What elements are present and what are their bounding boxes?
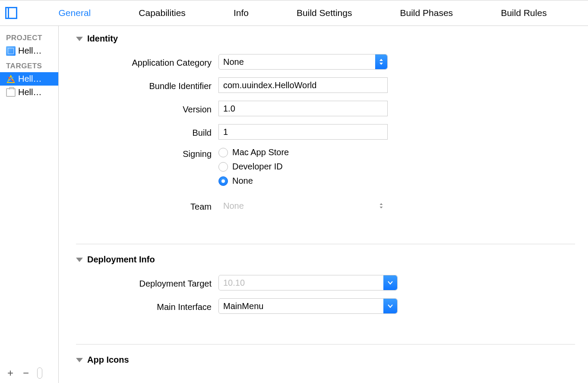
tab-build-settings[interactable]: Build Settings	[292, 8, 356, 18]
input-version[interactable]	[218, 101, 388, 116]
sidebar-item-label: Hell…	[18, 74, 41, 84]
tab-build-phases[interactable]: Build Phases	[396, 8, 458, 18]
chevron-down-icon	[383, 299, 397, 313]
popup-value: None	[219, 201, 375, 211]
section-header-deployment[interactable]: Deployment Info	[76, 255, 575, 265]
radio-signing-developer-id[interactable]: Developer ID	[218, 162, 289, 172]
radio-signing-mac-app-store[interactable]: Mac App Store	[218, 147, 289, 157]
section-deployment: Deployment Info Deployment Target 10.10	[76, 255, 575, 339]
stepper-arrows-icon	[375, 198, 387, 213]
radio-icon	[218, 148, 228, 157]
section-divider	[76, 244, 575, 244]
radio-label: Mac App Store	[232, 147, 289, 157]
remove-target-button[interactable]: −	[22, 367, 30, 379]
radio-icon	[218, 176, 228, 186]
label-bundle-id: Bundle Identifier	[76, 80, 218, 91]
disclosure-triangle-icon	[76, 258, 83, 262]
app-target-icon	[6, 74, 16, 84]
editor-tabs-bar: General Capabilities Info Build Settings…	[0, 0, 588, 26]
svg-marker-4	[379, 63, 383, 65]
radio-label: None	[232, 176, 253, 186]
combo-main-interface[interactable]: MainMenu	[218, 298, 398, 314]
sidebar-heading-targets: TARGETS	[0, 57, 58, 72]
combo-value: 10.10	[219, 278, 383, 288]
sidebar-heading-project: PROJECT	[0, 29, 58, 44]
combo-value: MainMenu	[219, 301, 383, 311]
tab-info[interactable]: Info	[229, 8, 253, 18]
section-title: Identity	[87, 34, 118, 44]
filter-handle-icon[interactable]	[37, 367, 42, 379]
popup-team[interactable]: None	[218, 198, 388, 214]
radio-label: Developer ID	[232, 162, 283, 172]
label-signing: Signing	[76, 147, 218, 159]
section-app-icons: App Icons	[76, 355, 575, 365]
input-build[interactable]	[218, 124, 388, 140]
section-divider	[76, 344, 575, 345]
editor-content: Identity Application Category None	[59, 26, 588, 383]
svg-marker-5	[380, 203, 383, 205]
section-identity: Identity Application Category None	[76, 34, 575, 239]
sidebar-item-project[interactable]: Hell…	[0, 44, 58, 57]
label-main-interface: Main Interface	[76, 300, 218, 312]
sidebar-item-target-app[interactable]: Hell…	[0, 72, 58, 86]
label-build: Build	[76, 126, 218, 138]
sidebar-item-label: Hell…	[18, 87, 41, 97]
stepper-arrows-icon	[375, 54, 387, 69]
input-bundle-id[interactable]	[218, 77, 388, 93]
tab-build-rules[interactable]: Build Rules	[496, 8, 551, 18]
panel-toggle-icon[interactable]	[5, 7, 17, 19]
sidebar-item-label: Hell…	[18, 46, 41, 56]
bundle-target-icon	[6, 88, 16, 97]
tab-capabilities[interactable]: Capabilities	[134, 8, 190, 18]
popup-value: None	[219, 57, 375, 67]
radio-signing-none[interactable]: None	[218, 176, 289, 186]
label-version: Version	[76, 103, 218, 115]
disclosure-triangle-icon	[76, 358, 83, 362]
disclosure-triangle-icon	[76, 37, 83, 41]
xcodeproj-icon	[6, 46, 16, 56]
popup-app-category[interactable]: None	[218, 54, 388, 70]
combo-deployment-target[interactable]: 10.10	[218, 275, 398, 290]
svg-marker-6	[380, 207, 383, 208]
sidebar-footer: + −	[0, 363, 58, 383]
section-title: Deployment Info	[87, 255, 155, 265]
label-team: Team	[76, 200, 218, 212]
section-header-identity[interactable]: Identity	[76, 34, 575, 44]
radio-icon	[218, 162, 228, 172]
svg-marker-3	[379, 59, 383, 61]
section-title: App Icons	[87, 355, 129, 365]
section-header-app-icons[interactable]: App Icons	[76, 355, 575, 365]
sidebar-item-target-bundle[interactable]: Hell…	[0, 86, 58, 99]
editor-tabs: General Capabilities Info Build Settings…	[17, 8, 588, 18]
label-app-category: Application Category	[76, 56, 218, 68]
chevron-down-icon	[383, 275, 397, 290]
tab-general[interactable]: General	[54, 8, 95, 18]
projects-targets-sidebar: PROJECT Hell… TARGETS Hell… Hell…	[0, 26, 59, 383]
label-deployment-target: Deployment Target	[76, 277, 218, 289]
add-target-button[interactable]: +	[6, 367, 15, 379]
